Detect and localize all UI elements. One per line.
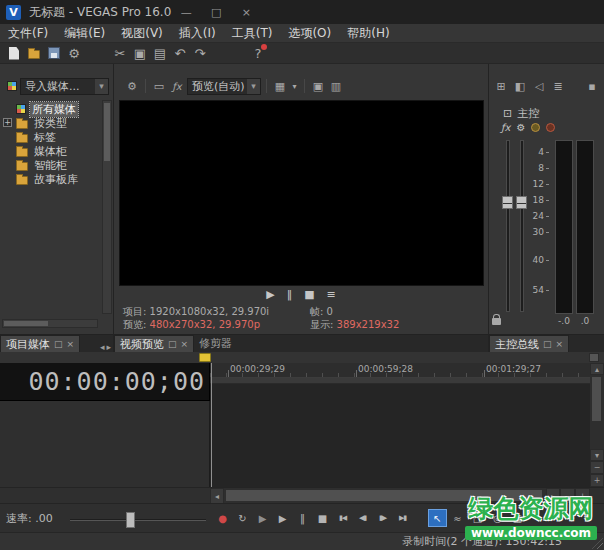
volume-fader-left[interactable] xyxy=(502,196,513,209)
rate-slider-track[interactable] xyxy=(70,519,206,521)
panel-menu-button[interactable]: ▪ xyxy=(584,78,600,94)
play-from-start-button[interactable]: ▶ xyxy=(253,509,272,527)
track-list[interactable] xyxy=(0,401,210,487)
tree-item-tags[interactable]: 标签 xyxy=(0,130,96,144)
close-button[interactable]: × xyxy=(231,0,261,24)
menu-file[interactable]: 文件(F) xyxy=(0,24,56,43)
media-tree-horizontal-scrollbar[interactable] xyxy=(2,319,98,328)
track-zoom-out-button[interactable]: − xyxy=(590,461,604,474)
dim-output-button[interactable]: ◁ xyxy=(531,78,547,94)
minimize-button[interactable]: — xyxy=(171,0,201,24)
previous-frame-button[interactable]: ◀▮ xyxy=(353,509,372,527)
scroll-right-icon[interactable]: ▸ xyxy=(546,488,560,504)
lock-icon[interactable] xyxy=(492,318,501,325)
play-button[interactable]: ▶ xyxy=(273,509,292,527)
titlebar[interactable]: V 无标题 - VEGAS Pro 16.0 — □ × xyxy=(0,0,604,24)
play-button[interactable]: ▶ xyxy=(266,288,274,301)
meter-options-button[interactable]: ≣ xyxy=(550,78,566,94)
zoom-tool-button[interactable]: ◎ xyxy=(488,509,507,527)
pause-button[interactable]: ‖ xyxy=(293,509,312,527)
project-properties-button[interactable]: ⚙ xyxy=(64,44,84,62)
resize-grip[interactable] xyxy=(592,538,603,549)
timeline-options-icon[interactable] xyxy=(589,353,599,362)
preview-properties-button[interactable]: ⚙ xyxy=(124,78,140,94)
media-tree-vertical-scrollbar[interactable] xyxy=(102,100,112,314)
pause-button[interactable]: ‖ xyxy=(287,288,293,301)
tree-item-smart-bins[interactable]: 智能柜 xyxy=(0,158,96,172)
close-icon[interactable]: × xyxy=(67,339,75,349)
marker-tool-icon[interactable] xyxy=(199,353,211,362)
tree-item-by-type[interactable]: + 按类型 xyxy=(0,116,96,130)
preview-quality-dropdown[interactable]: 预览(自动) ▾ xyxy=(187,78,261,95)
tree-item-media-bins[interactable]: 媒体柜 xyxy=(0,144,96,158)
video-fx-button[interactable]: ƒx xyxy=(169,78,185,94)
master-box-icon[interactable]: ⊡ xyxy=(503,107,512,120)
maximize-button[interactable]: □ xyxy=(201,0,231,24)
undo-button[interactable]: ↶ xyxy=(170,44,190,62)
normal-edit-tool-button[interactable]: ↖ xyxy=(428,509,447,527)
tab-scroll-left-icon[interactable]: ◂ xyxy=(100,342,105,352)
float-window-icon[interactable]: □ xyxy=(168,339,177,349)
close-icon[interactable]: × xyxy=(181,339,189,349)
gear-icon[interactable]: ⚙ xyxy=(516,122,525,133)
stop-button[interactable]: ■ xyxy=(304,288,314,301)
menu-view[interactable]: 视图(V) xyxy=(113,24,171,43)
save-snapshot-button[interactable]: ▥ xyxy=(328,78,344,94)
cut-button[interactable]: ✂ xyxy=(110,44,130,62)
scrollbar-thumb[interactable] xyxy=(592,377,601,421)
scroll-up-icon[interactable]: ▴ xyxy=(590,363,604,375)
float-window-icon[interactable]: □ xyxy=(54,339,63,349)
tab-video-preview[interactable]: 视频预览 □ × xyxy=(114,335,194,352)
close-icon[interactable]: × xyxy=(556,339,564,349)
track-space[interactable] xyxy=(210,384,590,487)
external-monitor-button[interactable]: ▭ xyxy=(151,78,167,94)
open-button[interactable] xyxy=(24,44,44,62)
master-fx-button[interactable]: ƒx xyxy=(501,122,510,133)
snap-button[interactable]: ▦ xyxy=(508,509,527,527)
track-zoom-in-button[interactable]: + xyxy=(590,474,604,487)
chevron-down-icon[interactable]: ▾ xyxy=(247,79,260,94)
preview-menu-button[interactable]: ≡ xyxy=(327,288,336,301)
tab-scroll-right-icon[interactable]: ▸ xyxy=(106,342,111,352)
timeline-zoom-out-button[interactable]: − xyxy=(560,488,575,504)
selection-tool-button[interactable]: □ xyxy=(468,509,487,527)
solo-button[interactable] xyxy=(546,123,555,132)
chevron-down-icon[interactable]: ▾ xyxy=(95,79,108,94)
timeline-vertical-scrollbar[interactable]: ▴ ▾ − + xyxy=(590,363,604,487)
tab-project-media[interactable]: 项目媒体 □ × xyxy=(0,335,80,352)
timeline-zoom-in-button[interactable]: + xyxy=(575,488,590,504)
expand-icon[interactable]: + xyxy=(3,118,12,127)
scroll-down-icon[interactable]: ▾ xyxy=(590,449,604,461)
menu-insert[interactable]: 插入(I) xyxy=(171,24,224,43)
loop-playback-button[interactable]: ↻ xyxy=(233,509,252,527)
insert-bus-button[interactable]: ⊞ xyxy=(493,78,509,94)
menu-tools[interactable]: 工具(T) xyxy=(224,24,281,43)
scrollbar-thumb[interactable] xyxy=(4,321,48,326)
go-to-start-button[interactable]: ▮◀ xyxy=(333,509,352,527)
downmix-button[interactable]: ◧ xyxy=(512,78,528,94)
float-window-icon[interactable]: □ xyxy=(543,339,552,349)
fader-track-right[interactable] xyxy=(520,140,524,312)
tree-item-all-media[interactable]: 所有媒体 xyxy=(0,102,96,116)
interactive-tutorials-button[interactable]: ? xyxy=(248,44,268,62)
copy-snapshot-button[interactable]: ▣ xyxy=(310,78,326,94)
overlays-button[interactable]: ▦ xyxy=(272,78,288,94)
scroll-left-icon[interactable]: ◂ xyxy=(210,488,224,504)
tree-item-storyboards[interactable]: 故事板库 xyxy=(0,172,96,186)
stop-button[interactable]: ■ xyxy=(313,509,332,527)
edit-cursor[interactable] xyxy=(211,363,212,487)
tab-master-bus[interactable]: 主控总线 □ × xyxy=(489,335,569,352)
go-to-end-button[interactable]: ▶▮ xyxy=(393,509,412,527)
scrollbar-thumb[interactable] xyxy=(104,103,110,161)
scrollbar-thumb[interactable] xyxy=(226,490,542,501)
menu-options[interactable]: 选项(O) xyxy=(280,24,339,43)
copy-button[interactable]: ▣ xyxy=(130,44,150,62)
time-ruler[interactable]: 00:00:29;29 00:00:59;28 00:01:29;27 xyxy=(210,363,590,378)
envelope-tool-button[interactable]: ≈ xyxy=(448,509,467,527)
save-button[interactable] xyxy=(44,44,64,62)
menu-edit[interactable]: 编辑(E) xyxy=(56,24,113,43)
paste-button[interactable]: ▤ xyxy=(150,44,170,62)
redo-button[interactable]: ↷ xyxy=(190,44,210,62)
menu-help[interactable]: 帮助(H) xyxy=(339,24,397,43)
timecode-display[interactable]: 00:00:00;00 xyxy=(0,363,210,401)
